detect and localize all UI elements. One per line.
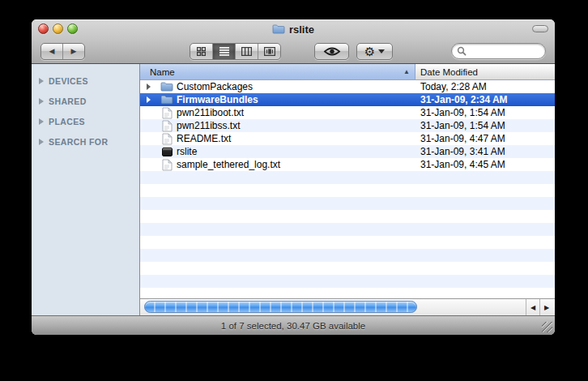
quicklook-button[interactable] <box>314 43 349 60</box>
file-date: 31-Jan-09, 4:47 AM <box>420 133 505 144</box>
chevron-down-icon <box>378 49 385 54</box>
file-list-pane: Name ▲ Date Modified CustomPackages <box>140 64 555 315</box>
list-view-button[interactable] <box>212 44 235 59</box>
table-row[interactable]: README.txt 31-Jan-09, 4:47 AM <box>140 132 555 145</box>
status-bar: 1 of 7 selected, 30.47 GB available <box>32 315 555 335</box>
page-title: rslite <box>289 24 314 36</box>
folder-icon <box>272 24 285 34</box>
table-row[interactable]: pwn211iboot.txt 31-Jan-09, 1:54 AM <box>140 106 555 119</box>
disclosure-triangle-icon[interactable] <box>39 118 44 125</box>
sidebar-section-places[interactable]: PLACES <box>32 111 139 131</box>
horizontal-scrollbar[interactable]: ◀ ▶ <box>140 298 555 315</box>
eye-icon <box>323 46 341 57</box>
file-name: FirmwareBundles <box>177 94 258 105</box>
file-name: pwn211ibss.txt <box>177 120 241 131</box>
disclosure-triangle-icon[interactable] <box>147 96 151 103</box>
search-input[interactable] <box>470 45 544 57</box>
icon-view-button[interactable] <box>190 44 212 59</box>
view-switcher <box>190 43 281 60</box>
screenshot-background: rslite ◀ ▶ <box>0 0 588 381</box>
folder-icon <box>160 80 173 93</box>
disclosure-triangle-icon[interactable] <box>39 98 44 105</box>
table-row[interactable]: rslite 31-Jan-09, 3:41 AM <box>140 145 555 158</box>
gear-icon: ⚙ <box>364 45 375 58</box>
window-content: DEVICES SHARED PLACES SEARCH FOR <box>32 64 555 315</box>
file-name: rslite <box>177 146 197 157</box>
column-header-name[interactable]: Name ▲ <box>140 64 415 79</box>
forward-button[interactable]: ▶ <box>63 44 84 59</box>
file-date: Today, 2:28 AM <box>420 81 487 92</box>
coverflow-view-button[interactable] <box>258 44 280 59</box>
list-header: Name ▲ Date Modified <box>140 64 555 80</box>
disclosure-triangle-icon[interactable] <box>39 139 44 145</box>
table-row[interactable]: CustomPackages Today, 2:28 AM <box>140 80 555 93</box>
title-bar[interactable]: rslite <box>32 19 555 39</box>
file-date: 31-Jan-09, 1:54 AM <box>420 120 505 131</box>
file-name: CustomPackages <box>177 81 253 92</box>
table-row[interactable]: sample_tethered_log.txt 31-Jan-09, 4:45 … <box>140 158 555 171</box>
executable-icon <box>160 145 173 158</box>
search-icon <box>457 46 467 56</box>
document-icon <box>160 158 173 171</box>
file-rows: CustomPackages Today, 2:28 AM FirmwareBu… <box>140 80 555 298</box>
file-date: 31-Jan-09, 4:45 AM <box>420 159 505 170</box>
back-button[interactable]: ◀ <box>41 44 63 59</box>
document-icon <box>160 106 173 119</box>
status-text: 1 of 7 selected, 30.47 GB available <box>221 321 365 331</box>
file-name: sample_tethered_log.txt <box>177 159 280 170</box>
action-menu-button[interactable]: ⚙ <box>356 43 393 60</box>
file-date: 31-Jan-09, 1:54 AM <box>420 107 505 118</box>
column-header-date-modified[interactable]: Date Modified <box>415 64 555 79</box>
file-date: 31-Jan-09, 3:41 AM <box>420 146 505 157</box>
scrollbar-arrows: ◀ ▶ <box>526 299 553 315</box>
sort-ascending-icon: ▲ <box>403 68 410 75</box>
disclosure-triangle-icon[interactable] <box>39 78 44 84</box>
file-name: README.txt <box>177 133 231 144</box>
table-row[interactable]: FirmwareBundles 31-Jan-09, 2:34 AM <box>140 93 555 106</box>
scroll-right-button[interactable]: ▶ <box>539 299 553 315</box>
finder-window: rslite ◀ ▶ <box>32 19 555 335</box>
document-icon <box>160 132 173 145</box>
search-field[interactable] <box>451 43 546 59</box>
scroll-left-button[interactable]: ◀ <box>526 299 539 315</box>
sidebar-section-search-for[interactable]: SEARCH FOR <box>32 131 139 152</box>
disclosure-triangle-icon[interactable] <box>147 83 151 90</box>
table-row[interactable]: pwn211ibss.txt 31-Jan-09, 1:54 AM <box>140 119 555 132</box>
file-date: 31-Jan-09, 2:34 AM <box>420 94 508 105</box>
column-view-button[interactable] <box>235 44 258 59</box>
folder-icon <box>160 93 173 106</box>
title-area: rslite <box>32 19 555 39</box>
resize-grip[interactable] <box>542 322 552 332</box>
toolbar-toggle-button[interactable] <box>532 25 548 32</box>
document-icon <box>160 119 173 132</box>
toolbar: ◀ ▶ <box>32 39 555 63</box>
file-name: pwn211iboot.txt <box>177 107 244 118</box>
window-chrome: rslite ◀ ▶ <box>32 19 555 64</box>
sidebar-section-devices[interactable]: DEVICES <box>32 71 139 91</box>
navigation-buttons: ◀ ▶ <box>40 43 85 60</box>
sidebar: DEVICES SHARED PLACES SEARCH FOR <box>32 64 140 315</box>
sidebar-section-shared[interactable]: SHARED <box>32 91 139 111</box>
scrollbar-thumb[interactable] <box>144 301 417 313</box>
